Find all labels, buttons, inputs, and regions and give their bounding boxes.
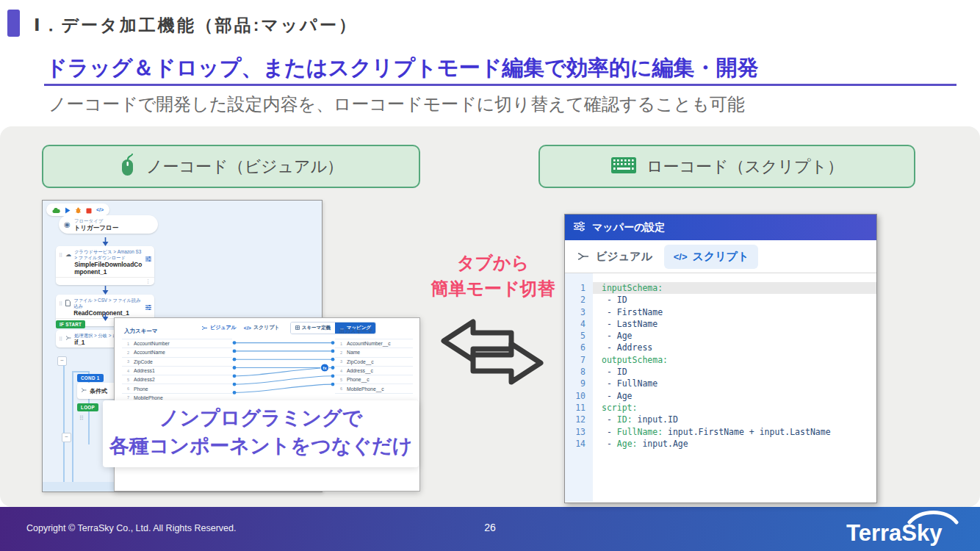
connector-lines: fx — [232, 339, 335, 402]
code-icon: </> — [674, 251, 688, 262]
swap-arrows-icon — [438, 314, 547, 393]
mapper-visual-tabs: ビジュアル </> スクリプト スキーマ定義 ↔ マッピング — [115, 318, 419, 337]
line-number: 6 — [565, 342, 593, 353]
drag-handle-icon[interactable]: ⠿ — [59, 301, 62, 307]
line-number: 8 — [565, 366, 593, 378]
code-line: 9 - FullName — [565, 378, 876, 389]
debug-icon[interactable] — [75, 204, 82, 217]
schema-row[interactable]: 3ZipCode__c — [335, 358, 413, 367]
section-bullet — [7, 10, 20, 37]
schema-row[interactable]: 6MobilePhone__c — [335, 384, 413, 393]
stop-icon[interactable] — [86, 204, 92, 217]
code-line: 11script: — [565, 402, 876, 414]
run-icon[interactable] — [65, 204, 71, 217]
code-line: 12 - ID: input.ID — [565, 414, 876, 425]
loop-badge: LOOP — [77, 403, 98, 411]
line-number: 1 — [565, 282, 593, 294]
code-line: 6 - Address — [565, 342, 876, 353]
low-code-badge: ローコード（スクリプト） — [538, 145, 915, 188]
code-pre: - — [602, 427, 617, 437]
collapse-box[interactable]: − — [62, 433, 71, 442]
line-number: 9 — [565, 378, 593, 389]
schema-define-button[interactable]: スキーマ定義 — [291, 323, 335, 334]
code-keyword: inputSchema: — [602, 283, 663, 293]
cond-badge: COND 1 — [77, 374, 104, 382]
low-code-label: ローコード（スクリプト） — [646, 156, 843, 178]
tab-script[interactable]: </> スクリプト — [664, 245, 759, 269]
drag-handle-icon[interactable]: ⠿ — [59, 253, 62, 259]
component-path: ファイル > CSV > ファイル読み込み — [73, 298, 143, 309]
code-pre: - — [602, 439, 617, 449]
schema-row[interactable]: 2Name — [335, 348, 413, 357]
panel-header: マッパーの設定 — [565, 215, 876, 240]
trigger-type-label: フロータイプ — [74, 218, 119, 224]
tab-script-label: スクリプト — [693, 250, 749, 264]
if-start-badge: IF START — [56, 320, 85, 328]
row-number: 2 — [122, 350, 129, 355]
tab-visual[interactable]: ビジュアル — [201, 324, 237, 331]
trigger-name: トリガーフロー — [74, 224, 119, 231]
code-line: 13 - FullName: input.FirstName + input.L… — [565, 426, 876, 438]
field-name: AccountNumber — [134, 341, 170, 346]
row-number: 6 — [122, 386, 129, 391]
component-name: SimpleFileDownloadComponent_1 — [74, 261, 143, 276]
keyboard-icon — [610, 156, 637, 178]
field-name: Address__c — [347, 368, 373, 373]
trigger-node[interactable]: ◉ フロータイプ トリガーフロー — [59, 215, 158, 234]
schema-row[interactable]: 4Address1 — [122, 367, 232, 375]
section-title: Ⅰ．データ加工機能（部品:マッパー） — [34, 14, 358, 37]
flow-line — [72, 371, 88, 372]
code-line: 10 - Age — [565, 390, 876, 402]
no-code-label: ノーコード（ビジュアル） — [146, 156, 343, 178]
slide: Ⅰ．データ加工機能（部品:マッパー） ドラッグ＆ドロップ、またはスクリプトモード… — [0, 0, 980, 551]
schema-row[interactable]: 2AccountName — [122, 348, 232, 357]
schema-row[interactable]: 6Phone — [122, 384, 232, 393]
cloud-deploy-icon[interactable] — [52, 204, 60, 217]
banner-line-2: 各種コンポーネントをつなぐだけ — [103, 432, 419, 460]
schema-row[interactable]: 1AccountNumber__c — [335, 339, 413, 348]
line-number: 10 — [565, 390, 593, 402]
settings-icon[interactable] — [145, 300, 151, 313]
code-editor[interactable]: 1inputSchema: 2 - ID 3 - FirstName 4 - L… — [565, 273, 876, 502]
tab-script-label: スクリプト — [253, 324, 280, 331]
line-number: 3 — [565, 306, 593, 318]
output-schema-title: 出力スキーマ — [339, 328, 373, 335]
tab-script[interactable]: </> スクリプト — [244, 324, 280, 331]
page-number: 26 — [475, 522, 505, 533]
schema-row[interactable]: 5Phone__c — [335, 375, 413, 384]
flow-line — [72, 371, 73, 483]
settings-icon[interactable] — [145, 251, 151, 264]
line-number: 13 — [565, 426, 593, 438]
code-line: 2 - ID — [565, 294, 876, 306]
note-line-2: 簡単モード切替 — [425, 276, 561, 301]
code-mode-icon[interactable]: </> — [96, 207, 104, 212]
component-card[interactable]: ⠿ ☁ クラウドサービス > Amazon S3 > ファイルダウンロード Si… — [56, 246, 154, 285]
code-keyword: Age: — [617, 439, 638, 449]
field-name: AccountName — [134, 350, 165, 355]
row-number: 7 — [122, 395, 129, 400]
schema-row[interactable]: 4Address__c — [335, 367, 413, 375]
code-line: 3 - FirstName — [565, 306, 876, 318]
sliders-icon — [573, 221, 586, 234]
code-icon: </> — [244, 325, 251, 331]
field-name: Address1 — [134, 368, 155, 373]
tab-visual[interactable]: ビジュアル — [577, 250, 652, 264]
schema-row[interactable]: 5Address2 — [122, 375, 232, 384]
fx-badge[interactable]: fx — [321, 364, 329, 372]
schema-row[interactable]: 1AccountNumber — [122, 339, 232, 348]
schema-row[interactable]: 3ZipCode — [122, 358, 232, 367]
field-name: Phone__c — [347, 377, 370, 382]
row-number: 5 — [335, 378, 342, 382]
mouse-icon — [119, 154, 137, 180]
row-number: 4 — [335, 369, 342, 373]
drag-handle-icon[interactable]: ⠿ — [79, 415, 84, 422]
code-line: 1inputSchema: — [565, 282, 876, 294]
input-schema-title: 入力スキーマ — [124, 328, 158, 335]
tab-visual-label: ビジュアル — [210, 324, 237, 331]
collapse-box[interactable]: − — [57, 356, 67, 366]
code-keyword: FullName: — [617, 427, 663, 437]
code-rest: input.Age — [637, 439, 688, 449]
code-line: 5 - Age — [565, 330, 876, 342]
row-number: 2 — [335, 350, 342, 355]
drag-handle-icon[interactable]: ⠿ — [59, 336, 62, 342]
